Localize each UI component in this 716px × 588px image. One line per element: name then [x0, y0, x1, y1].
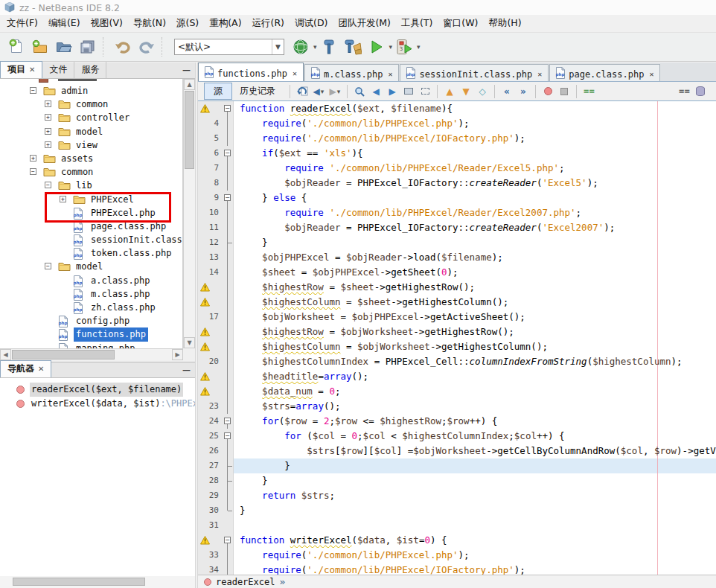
navigator-list[interactable]: readerExcel($ext, $filename)writerExcel(…	[0, 378, 195, 576]
shift-line-right-icon[interactable]: »	[515, 84, 531, 99]
comment-icon[interactable]: ≡≡	[581, 84, 597, 99]
tree-row-functions.php[interactable]: phpfunctions.php	[0, 327, 182, 341]
tree-row-mapping.php[interactable]: phpmapping.php	[0, 342, 182, 348]
fold-gutter[interactable]	[222, 280, 234, 295]
tree-row-zh.class.php[interactable]: phpzh.class.php	[0, 301, 182, 314]
panel-tab-1[interactable]: 项目✕	[0, 61, 42, 78]
tree-node-label[interactable]: functions.php	[74, 327, 148, 341]
uncomment-icon[interactable]: ≡≡	[676, 84, 692, 99]
code-line-20[interactable]: 20 $highestColumnIndex = PHPExcel_Cell::…	[198, 354, 716, 369]
fold-gutter[interactable]	[222, 250, 234, 265]
collapse-icon[interactable]: −	[30, 168, 36, 175]
editor-tab-page.class.php[interactable]: phppage.class.php✕	[549, 64, 660, 81]
tree-node-label[interactable]: m.class.php	[89, 287, 152, 301]
close-icon[interactable]: ✕	[649, 70, 653, 78]
code-line[interactable]: $headtitle=array();	[198, 369, 716, 384]
toggle-highlight-search-icon[interactable]	[400, 84, 417, 99]
tree-node-label[interactable]: token.class.php	[89, 246, 173, 260]
gutter-warning[interactable]	[198, 295, 222, 310]
collapse-icon[interactable]: −	[45, 182, 51, 188]
tree-node-label[interactable]: page.class.php	[89, 220, 168, 233]
scroll-right-icon[interactable]: ▶	[172, 349, 183, 360]
menu-item-4[interactable]: 导航(N)	[128, 15, 171, 32]
stop-macro-recording-icon[interactable]	[556, 84, 572, 99]
warning-icon[interactable]	[200, 327, 210, 336]
code-line-26[interactable]: 26 $strs[$row][$col] =$objWorksheet->get…	[198, 444, 716, 458]
tree-node-label[interactable]: mapping.php	[74, 342, 137, 348]
menu-item-9[interactable]: 团队开发(M)	[333, 15, 396, 32]
code-line-30[interactable]: 30}	[198, 503, 716, 518]
menu-item-10[interactable]: 工具(T)	[396, 15, 438, 32]
undo-button[interactable]	[112, 36, 134, 58]
previous-occurrence-icon[interactable]: ◀	[368, 84, 384, 99]
close-icon[interactable]: ✕	[388, 70, 392, 78]
warning-icon[interactable]	[200, 104, 210, 113]
collapse-icon[interactable]: −	[45, 263, 51, 269]
warning-icon[interactable]	[200, 283, 210, 292]
gutter-warning[interactable]	[198, 325, 222, 339]
fold-gutter[interactable]	[222, 220, 234, 235]
tree-vertical-scrollbar[interactable]: ▲ ▼	[183, 79, 195, 348]
fold-gutter[interactable]	[222, 488, 234, 503]
new-project-button[interactable]	[29, 36, 51, 58]
new-file-button[interactable]	[5, 36, 28, 58]
fold-gutter[interactable]: −	[222, 101, 234, 116]
tree-hscroll-thumb[interactable]	[12, 350, 115, 359]
navigator-item-label[interactable]: writerExcel($data, $ist):\PHPExcel_Wr	[30, 397, 195, 411]
database-icon[interactable]	[692, 84, 709, 99]
code-line-4[interactable]: 4 require('./common/lib/PHPExcel.php');	[198, 116, 716, 131]
code-line-12[interactable]: 12 }	[198, 235, 716, 250]
expand-icon[interactable]: +	[45, 100, 51, 107]
tree-row-PHPExcel[interactable]: +PHPExcel	[0, 193, 182, 206]
gutter-warning[interactable]	[198, 369, 222, 384]
debug-project-button[interactable]: 3	[393, 36, 415, 58]
code-line-17[interactable]: 17 $objWorksheet = $objPHPExcel->getActi…	[198, 310, 716, 325]
menu-item-8[interactable]: 调试(D)	[290, 15, 333, 32]
fold-gutter[interactable]	[222, 399, 234, 414]
redo-button[interactable]	[135, 36, 158, 58]
code-line-5[interactable]: 5 require('./common/lib/PHPExcel/IOFacto…	[198, 131, 716, 146]
code-line-9[interactable]: 9− } else {	[198, 191, 716, 205]
code-line[interactable]: −function readerExcel($ext, $filename){	[198, 101, 716, 116]
tree-row-model[interactable]: +model	[0, 125, 182, 138]
code-line-29[interactable]: 29 return $strs;	[198, 488, 716, 503]
close-icon[interactable]: ✕	[537, 70, 542, 78]
debug-dropdown-icon[interactable]: ▾	[417, 43, 421, 51]
fold-gutter[interactable]	[222, 369, 234, 384]
shift-line-left-icon[interactable]: «	[499, 84, 515, 99]
code-line-28[interactable]: 28 }	[198, 473, 716, 488]
code-line[interactable]: $highestColumn = $sheet->getHighestColum…	[198, 295, 716, 310]
tree-row-controller[interactable]: +controller	[0, 111, 182, 124]
code-line-8[interactable]: 8 $objReader = PHPExcel_IOFactory::creat…	[198, 176, 716, 191]
code-line-6[interactable]: 6− if($ext == 'xls'){	[198, 146, 716, 161]
fold-gutter[interactable]: −	[222, 533, 234, 548]
tree-node-label[interactable]: a.class.php	[89, 274, 152, 287]
tree-node-label[interactable]: admin	[59, 84, 90, 98]
fold-gutter[interactable]	[222, 563, 234, 575]
deploy-dropdown-icon[interactable]: ▾	[313, 43, 317, 51]
fold-gutter[interactable]	[222, 235, 234, 250]
close-icon[interactable]: ✕	[29, 65, 35, 74]
tree-node-label[interactable]: PHPExcel.php	[89, 206, 158, 220]
fold-gutter[interactable]	[222, 503, 234, 518]
code-line-25[interactable]: 25− for ($col = 0;$col < $highestColumnI…	[198, 429, 716, 444]
menu-item-3[interactable]: 视图(V)	[86, 15, 128, 32]
menu-item-2[interactable]: 编辑(E)	[43, 15, 86, 32]
next-bookmark-icon[interactable]: ▼	[458, 84, 474, 99]
tree-vscroll-thumb[interactable]	[185, 91, 194, 169]
fold-gutter[interactable]	[222, 384, 234, 399]
code-line-27[interactable]: 27 }	[198, 458, 716, 473]
gutter-warning[interactable]	[198, 101, 222, 116]
fold-gutter[interactable]	[222, 473, 234, 488]
fold-gutter[interactable]: −	[222, 146, 234, 161]
tree-node-label[interactable]: sessionInit.class.php	[89, 233, 183, 246]
code-line-10[interactable]: 10 require './common/lib/PHPExcel/Reader…	[198, 205, 716, 220]
tree-row-PHPExcel.php[interactable]: phpPHPExcel.php	[0, 206, 182, 220]
fold-gutter[interactable]	[222, 161, 234, 176]
navigator-item-2[interactable]: writerExcel($data, $ist):\PHPExcel_Wr	[0, 397, 195, 411]
tab-navigator[interactable]: 导航器 ✕	[0, 360, 51, 377]
minimize-icon[interactable]: —	[182, 365, 191, 375]
tree-node-label[interactable]: assets	[59, 152, 95, 165]
tree-row-common[interactable]: −common	[0, 165, 182, 179]
rectangular-selection-icon[interactable]	[417, 84, 433, 99]
